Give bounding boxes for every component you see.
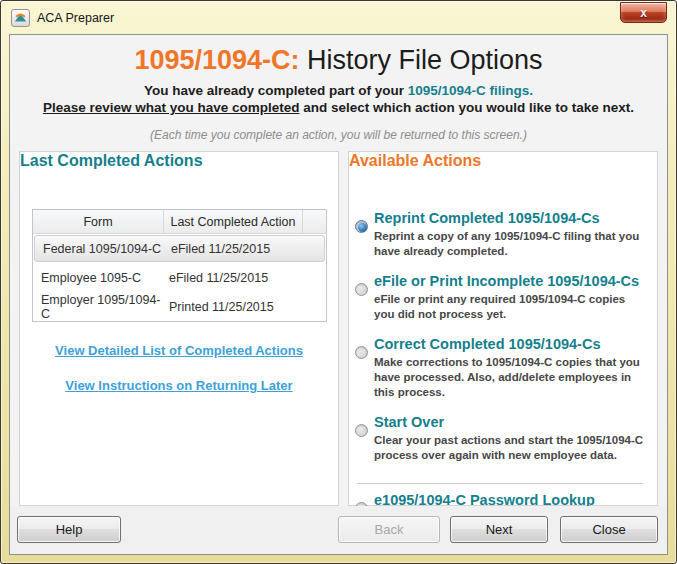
option-description: eFile or print any required 1095/1094-C … [374,292,647,322]
option-title[interactable]: eFile or Print Incomplete 1095/1094-Cs [374,273,647,290]
titlebar[interactable]: ACA Preparer x [1,1,676,34]
option-title[interactable]: Correct Completed 1095/1094-Cs [374,336,647,353]
column-header-action: Last Completed Action [164,210,303,233]
table-row[interactable]: Employee 1095-C eFiled 11/25/2015 [33,263,326,292]
view-instructions-link[interactable]: View Instructions on Returning Later [20,378,338,393]
column-header-filler [303,210,326,233]
cell-action: Printed 11/25/2015 [163,300,274,314]
close-button[interactable]: Close [560,516,658,543]
intro-line2-underlined: Please review what you have completed [43,100,300,115]
option-correct-completed[interactable]: Correct Completed 1095/1094-Cs Make corr… [355,336,647,400]
intro-line1: You have already completed part of your [144,83,408,98]
options-divider [357,483,643,484]
table-row[interactable]: Employer 1095/1094-C Printed 11/25/2015 [33,292,326,321]
option-efile-print-incomplete[interactable]: eFile or Print Incomplete 1095/1094-Cs e… [355,273,647,322]
footer-bar: Help Back Next Close [10,506,667,554]
page-title: 1095/1094-C: History File Options [10,45,667,76]
view-detailed-list-link[interactable]: View Detailed List of Completed Actions [20,343,338,358]
help-button[interactable]: Help [17,516,121,543]
page-title-accent: 1095/1094-C: [134,45,299,75]
cell-form: Employee 1095-C [33,271,163,285]
app-window: ACA Preparer x 1095/1094-C: History File… [0,0,677,564]
option-start-over[interactable]: Start Over Clear your past actions and s… [355,414,647,463]
intro-text: You have already completed part of your … [10,83,667,117]
option-description: Make corrections to 1095/1094-C copies t… [374,355,647,401]
cell-action: eFiled 11/25/2015 [163,271,268,285]
dialog-content: 1095/1094-C: History File Options You ha… [9,34,668,555]
last-completed-actions-panel: Last Completed Actions Form Last Complet… [19,151,339,506]
intro-line1-accent: 1095/1094-C filings. [408,83,533,98]
back-button[interactable]: Back [338,516,440,543]
window-title: ACA Preparer [37,11,114,25]
return-note: (Each time you complete an action, you w… [10,128,667,142]
app-logo-icon [11,9,30,27]
option-description: Reprint a copy of any 1095/1094-C filing… [374,229,647,259]
action-options: Reprint Completed 1095/1094-Cs Reprint a… [355,196,647,526]
cell-form: Federal 1095/1094-C [35,242,165,256]
table-row[interactable]: Federal 1095/1094-C eFiled 11/25/2015 [34,235,325,262]
cell-action: eFiled 11/25/2015 [165,242,270,256]
close-window-button[interactable]: x [620,2,667,23]
radio-efile-print-incomplete[interactable] [355,283,368,296]
option-reprint-completed[interactable]: Reprint Completed 1095/1094-Cs Reprint a… [355,210,647,259]
cell-form: Employer 1095/1094-C [33,293,163,321]
radio-start-over[interactable] [355,424,368,437]
intro-line2-rest: and select which action you would like t… [300,100,635,115]
page-title-rest: History File Options [300,45,543,75]
available-actions-heading: Available Actions [349,152,657,170]
radio-correct-completed[interactable] [355,346,368,359]
next-button[interactable]: Next [450,516,548,543]
available-actions-panel: Available Actions Reprint Completed 1095… [348,151,658,506]
option-title[interactable]: Start Over [374,414,647,431]
completed-actions-table: Form Last Completed Action Federal 1095/… [32,209,327,322]
table-header-row: Form Last Completed Action [33,210,326,234]
close-icon: x [640,6,647,20]
column-header-form: Form [33,210,164,233]
option-title[interactable]: Reprint Completed 1095/1094-Cs [374,210,647,227]
last-completed-actions-heading: Last Completed Actions [20,152,338,170]
radio-reprint-completed[interactable] [355,220,368,233]
option-description: Clear your past actions and start the 10… [374,433,647,463]
